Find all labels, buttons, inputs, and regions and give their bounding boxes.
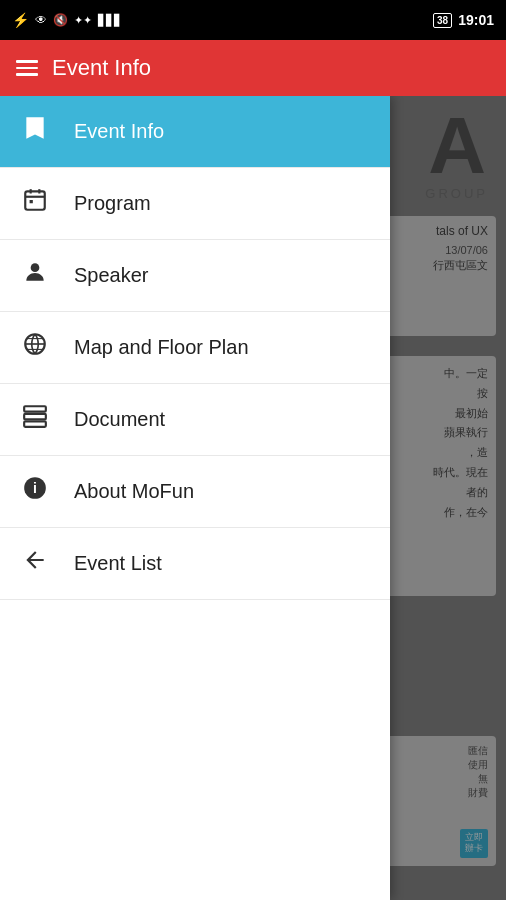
calendar-icon	[20, 187, 50, 220]
drawer-item-program[interactable]: Program	[0, 168, 390, 240]
content-area: A GROUP tals of UX 13/07/06 行西屯區文 中。一定按最…	[0, 96, 506, 900]
svg-rect-10	[24, 406, 46, 411]
inbox-icon	[20, 403, 50, 436]
svg-point-5	[31, 263, 40, 272]
drawer-item-event-list[interactable]: Event List	[0, 528, 390, 600]
svg-rect-4	[30, 200, 33, 203]
svg-rect-12	[24, 421, 46, 426]
status-right: 38 19:01	[433, 12, 494, 28]
status-bar: ⚡ 👁 🔇 ✦✦ ▋▋▋ 38 19:01	[0, 0, 506, 40]
status-left-icons: ⚡ 👁 🔇 ✦✦ ▋▋▋	[12, 12, 122, 28]
drawer-label-speaker: Speaker	[74, 264, 149, 287]
drawer-label-event-list: Event List	[74, 552, 162, 575]
drawer-scrim[interactable]	[390, 96, 506, 900]
globe-icon	[20, 331, 50, 364]
person-icon	[20, 259, 50, 292]
bookmark-icon	[20, 115, 50, 148]
mute-icon: 🔇	[53, 13, 68, 27]
signal-bars-icon: ▋▋▋	[98, 14, 122, 27]
signal-icon: ✦✦	[74, 14, 92, 27]
time-display: 19:01	[458, 12, 494, 28]
drawer-item-document[interactable]: Document	[0, 384, 390, 456]
drawer-label-about: About MoFun	[74, 480, 194, 503]
svg-text:i: i	[33, 480, 37, 496]
drawer-item-speaker[interactable]: Speaker	[0, 240, 390, 312]
eye-icon: 👁	[35, 13, 47, 27]
back-arrow-icon	[20, 547, 50, 580]
drawer-label-map: Map and Floor Plan	[74, 336, 249, 359]
drawer-item-map[interactable]: Map and Floor Plan	[0, 312, 390, 384]
drawer-label-event-info: Event Info	[74, 120, 164, 143]
drawer-label-program: Program	[74, 192, 151, 215]
drawer-label-document: Document	[74, 408, 165, 431]
app-header: Event Info	[0, 40, 506, 96]
svg-rect-0	[25, 191, 45, 209]
svg-rect-11	[24, 414, 46, 419]
header-title: Event Info	[52, 55, 151, 81]
hamburger-menu-button[interactable]	[16, 60, 38, 76]
battery-level: 38	[433, 13, 452, 28]
navigation-drawer: Event Info Program Speake	[0, 96, 390, 900]
drawer-item-event-info[interactable]: Event Info	[0, 96, 390, 168]
usb-icon: ⚡	[12, 12, 29, 28]
drawer-item-about[interactable]: i About MoFun	[0, 456, 390, 528]
info-icon: i	[20, 475, 50, 508]
